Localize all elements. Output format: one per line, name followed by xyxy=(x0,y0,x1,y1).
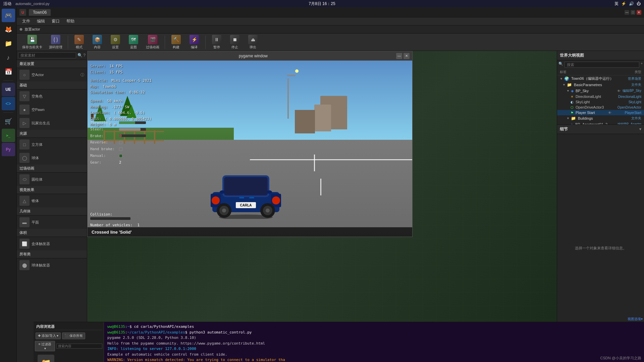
menu-file[interactable]: 文件 xyxy=(19,18,33,25)
telemetry-section: Throttle: Steer: Brake: xyxy=(90,119,146,166)
sidebar-unreal[interactable]: UE xyxy=(2,83,15,96)
content-search[interactable] xyxy=(56,344,102,349)
toolbar-build[interactable]: 🔨 构建 xyxy=(168,34,184,51)
ue-tab-town06[interactable]: Town06 xyxy=(29,9,51,16)
left-item-box-trigger[interactable]: ⬜ 盒体触发器 xyxy=(17,237,87,250)
outline-town06[interactable]: ▼ 🌍 Town06（编辑器中运行） 世界场景 xyxy=(557,75,644,82)
sidebar-python[interactable]: Py xyxy=(2,143,15,156)
outline-opendrive[interactable]: ⬡ OpenDriveActor3 OpenDriveActor xyxy=(557,105,644,110)
outline-plus[interactable]: + xyxy=(641,62,643,68)
left-item-cube[interactable]: □ 立方体 xyxy=(17,138,87,151)
pygame-status-bar: Crossed line 'Solid' xyxy=(88,227,412,237)
outline-basicparams[interactable]: ▼ 📁 BasicParametres 文件夹 xyxy=(557,82,644,88)
sidebar-activities[interactable]: 🎮 xyxy=(2,9,15,22)
brake-label: Brake: xyxy=(90,133,117,139)
terminal[interactable]: ww@B6135:~$ cd carla/PythonAPI/examples … xyxy=(104,322,644,362)
outline-col-headers: 标签 类型 xyxy=(557,69,644,75)
menu-help[interactable]: 帮助 xyxy=(64,18,77,25)
filter-btn[interactable]: ≡ 过滤器 ▾ xyxy=(35,341,55,351)
left-item-empty-actor[interactable]: ○ 空Actor ⓘ xyxy=(17,68,87,81)
toolbar-compile[interactable]: ⚡ 编译 xyxy=(186,34,203,51)
search-input[interactable] xyxy=(18,52,76,58)
outline-buildings-label: Buildings xyxy=(578,116,593,120)
ue-close[interactable]: ✕ xyxy=(637,10,641,15)
volumes-header: 体积 xyxy=(17,229,87,237)
ue-minimize[interactable]: — xyxy=(625,10,629,15)
pygame-minimize[interactable]: — xyxy=(396,53,402,59)
sidebar-firefox[interactable]: 🦊 xyxy=(2,23,15,36)
outline-town06-type: 世界场景 xyxy=(628,76,641,81)
sidebar-calendar[interactable]: 📅 xyxy=(2,65,15,78)
outline-apt1[interactable]: ◈ BP_Apartment01_2 编辑BP_Apartm xyxy=(557,121,644,125)
build-icon: 🔨 xyxy=(171,35,181,44)
empty-actor-info[interactable]: ⓘ xyxy=(80,72,84,77)
outline-bp-sky[interactable]: ▼ ◈ BP_Sky 👁 编辑BP_Sky xyxy=(557,88,644,94)
outline-skylight[interactable]: ◐ SkyLight SkyLight xyxy=(557,99,644,105)
save-all-btn[interactable]: ⬛ 保存所有 xyxy=(62,333,85,339)
stop-icon: ⏹ xyxy=(230,35,239,44)
power-icon[interactable]: ⏻ xyxy=(637,1,641,6)
compile-icon: ⚡ xyxy=(190,35,199,44)
pause-icon: ⏸ xyxy=(212,35,221,44)
left-item-cylinder[interactable]: ⬭ 圆柱体 xyxy=(17,173,87,186)
empty-char-icon: ▽ xyxy=(19,91,30,101)
outline-od-type: OpenDriveActor xyxy=(618,106,641,109)
help-icon[interactable]: ? xyxy=(83,53,86,58)
sidebar-terminal[interactable]: >_ xyxy=(2,129,15,142)
outline-search-input[interactable] xyxy=(565,62,639,68)
left-item-cone[interactable]: △ 锥体 xyxy=(17,194,87,207)
language[interactable]: 英 xyxy=(614,1,619,7)
left-item-plane[interactable]: ▬ 平面 xyxy=(17,216,87,229)
svg-rect-4 xyxy=(224,177,268,195)
details-empty-text: 选择一个对象来查看详细信息。 xyxy=(575,246,627,251)
left-item-empty-pawn[interactable]: ● 空Pawn xyxy=(17,103,87,116)
sidebar-vscode[interactable]: <> xyxy=(2,97,15,110)
menu-edit[interactable]: 编辑 xyxy=(34,18,48,25)
toolbar-source[interactable]: { } 源码管理 xyxy=(46,34,65,51)
outline-sl-type: SkyLight xyxy=(629,100,641,104)
world-outline-search: 🔍 + xyxy=(557,60,644,69)
toolbar-save[interactable]: 💾 保存当前关卡 xyxy=(19,34,45,51)
details-arrow[interactable]: ▾ xyxy=(639,127,641,131)
toolbar-settings[interactable]: ⚙ 设置 xyxy=(107,34,124,51)
box-trigger-label: 盒体触发器 xyxy=(32,241,50,246)
left-item-sphere-trigger[interactable]: ⬤ 球体触发器 xyxy=(17,258,87,272)
term-line-1: ww@B6135:~$ cd carla/PythonAPI/examples xyxy=(107,324,641,330)
toolbar-stop[interactable]: ⏹ 停止 xyxy=(226,34,243,51)
content-folder[interactable]: 📁 xyxy=(38,355,54,362)
ue-maximize[interactable]: □ xyxy=(631,10,635,15)
left-item-player-start[interactable]: ▷ 玩家出生点 xyxy=(17,116,87,130)
bottom-view-options[interactable]: 视图选项▾ xyxy=(628,317,643,321)
pygame-close[interactable]: ✕ xyxy=(404,53,410,59)
toolbar-eject[interactable]: ⏏ 弹出 xyxy=(245,34,261,51)
toolbar-content[interactable]: 📦 内容 xyxy=(89,34,106,51)
toolbar-pause[interactable]: ⏸ 暂停 xyxy=(208,34,225,51)
toolbar-cinematic[interactable]: 🎬 过场动画 xyxy=(143,34,162,51)
center-viewport[interactable]: pygame window — ✕ xyxy=(87,51,557,362)
menu-window[interactable]: 窗口 xyxy=(49,18,62,25)
building-3 xyxy=(295,110,315,133)
search-icon[interactable]: 🔍 xyxy=(77,53,83,58)
left-item-sphere[interactable]: ◯ 球体 xyxy=(17,151,87,165)
handbrake-row: Hand brake: xyxy=(90,146,146,153)
outline-directional-light[interactable]: ☀ DirectionalLight DirectionalLight xyxy=(557,94,644,99)
opendrive-icon: ⬡ xyxy=(571,106,574,109)
toolbar-mode[interactable]: ✎ 模式 xyxy=(71,34,88,51)
sidebar-music[interactable]: ♪ xyxy=(2,51,15,64)
sidebar-store[interactable]: 🛒 xyxy=(2,115,15,128)
stop-label: 停止 xyxy=(231,45,238,50)
outline-buildings[interactable]: ▼ 📁 Buildings 文件夹 xyxy=(557,115,644,121)
ue-titlebar: U Town06 — □ ✕ xyxy=(17,7,644,17)
col-type: 类型 xyxy=(635,70,641,74)
player-start-label: 玩家出生点 xyxy=(32,121,50,126)
activities-label[interactable]: 活动 xyxy=(3,1,11,7)
sidebar-files[interactable]: 📁 xyxy=(2,37,15,50)
add-import-btn[interactable]: ✚ 添加/导入 ▾ xyxy=(36,333,61,339)
arrow-icon-3: ▼ xyxy=(567,89,570,93)
left-item-empty-char[interactable]: ▽ 空角色 xyxy=(17,89,87,103)
outline-bp-sky-eye: 👁 xyxy=(617,89,621,93)
svg-rect-17 xyxy=(239,197,244,198)
toolbar-sep-1 xyxy=(68,36,68,49)
toolbar-map[interactable]: 🗺 蓝图 xyxy=(125,34,142,51)
outline-player-start[interactable]: ⚑ Player Start 👁 PlayerStart xyxy=(557,110,644,115)
